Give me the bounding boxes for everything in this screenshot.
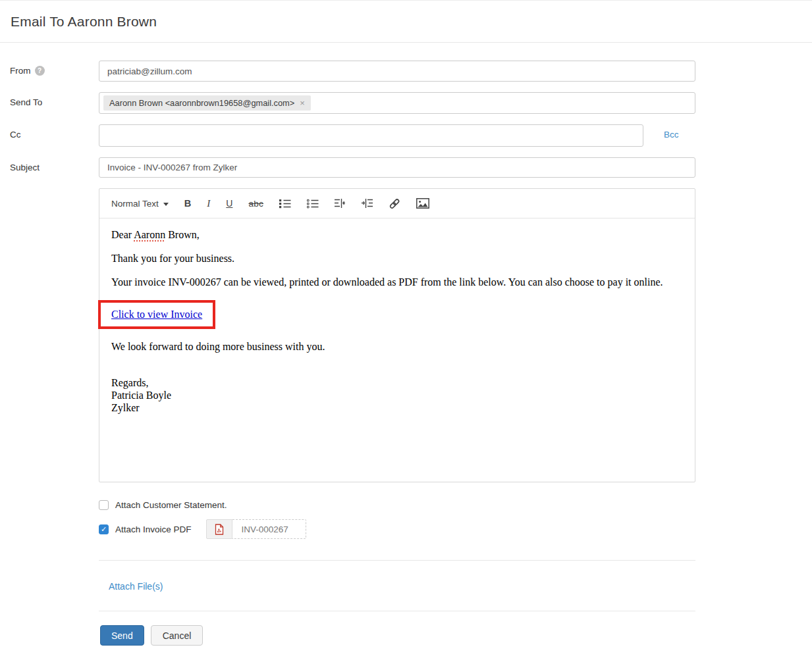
customer-statement-row: Attach Customer Statement. [99,500,812,510]
recipient-chip-text: Aaronn Brown <aaronnbrown19658@gmail.com… [109,98,294,108]
invoice-attachment-name: INV-000267 [232,519,306,539]
pdf-file-icon [215,524,224,535]
bullet-list-button[interactable] [279,198,291,209]
bold-button[interactable]: B [184,198,191,209]
signature-regards: Regards, [111,376,683,389]
cc-row: Cc Bcc [0,124,812,147]
help-icon[interactable]: ? [35,66,45,76]
attach-invoice-pdf-label: Attach Invoice PDF [115,524,192,534]
from-input[interactable] [99,61,695,82]
divider [99,611,695,611]
format-dropdown[interactable]: Normal Text [111,199,169,209]
from-label: From [10,66,31,76]
outdent-icon [335,198,346,209]
underline-button[interactable]: U [226,198,232,209]
signature-name: Patricia Boyle [111,389,683,401]
insert-link-button[interactable] [389,198,400,209]
annotation-highlight-box: Click to view Invoice [98,300,215,329]
view-invoice-link[interactable]: Click to view Invoice [111,309,202,320]
subject-input[interactable] [99,157,695,178]
send-to-field[interactable]: Aaronn Brown <aaronnbrown19658@gmail.com… [99,92,695,114]
thanks-line: Thank you for your business. [111,253,683,265]
signature-block: Regards, Patricia Boyle Zylker [111,376,683,414]
insert-image-button[interactable] [416,198,429,209]
send-to-row: Send To Aaronn Brown <aaronnbrown19658@g… [0,92,812,114]
editor-row: Normal Text B I U abc [0,188,812,482]
from-row: From ? [0,61,812,82]
greeting-line: Dear Aaronn Brown, [111,229,683,241]
numbered-list-icon [307,198,319,209]
attach-invoice-pdf-checkbox[interactable]: ✓ [99,524,109,534]
image-icon [416,198,429,209]
link-icon [389,198,400,209]
attach-customer-statement-label: Attach Customer Statement. [115,500,227,510]
subject-row: Subject [0,157,812,178]
format-dropdown-label: Normal Text [111,199,159,209]
attach-files-link[interactable]: Attach File(s) [109,581,163,592]
page-header: Email To Aaronn Brown [0,1,812,43]
email-form: From ? Send To Aaronn Brown <aaronnbrown… [0,43,812,646]
numbered-list-button[interactable] [307,198,319,209]
email-compose-page: Email To Aaronn Brown From ? Send To Aar… [0,0,812,664]
chevron-down-icon [163,203,169,206]
italic-button[interactable]: I [207,198,210,209]
email-body[interactable]: Dear Aaronn Brown, Thank you for your bu… [99,218,695,482]
closing-line: We look forward to doing more business w… [111,341,683,353]
cc-label: Cc [10,130,21,140]
indent-icon [362,198,373,209]
invoice-link-line: Click to view Invoice [111,300,683,329]
attach-customer-statement-checkbox[interactable] [99,500,109,510]
invoice-info-line: Your invoice INV-000267 can be viewed, p… [111,276,683,288]
outdent-button[interactable] [335,198,346,209]
send-button[interactable]: Send [100,625,144,646]
signature-company: Zylker [111,401,683,414]
subject-label: Subject [10,163,40,172]
strikethrough-button[interactable]: abc [248,199,263,209]
divider [99,560,695,561]
bcc-link[interactable]: Bcc [664,124,679,140]
invoice-attachment-chip[interactable]: INV-000267 [206,519,306,539]
editor-toolbar: Normal Text B I U abc [99,189,695,218]
action-buttons: Send Cancel [100,625,812,646]
indent-button[interactable] [362,198,373,209]
attachment-options: Attach Customer Statement. ✓ Attach Invo… [99,500,812,539]
cc-input[interactable] [99,124,643,147]
rich-text-editor: Normal Text B I U abc [99,188,695,482]
invoice-pdf-row: ✓ Attach Invoice PDF INV-000267 [99,519,812,539]
recipient-chip: Aaronn Brown <aaronnbrown19658@gmail.com… [103,95,311,111]
send-to-label: Send To [10,97,42,107]
remove-recipient-icon[interactable]: × [300,98,305,108]
bullet-list-icon [279,198,291,209]
cancel-button[interactable]: Cancel [151,625,203,646]
page-title: Email To Aaronn Brown [11,14,157,30]
misspelled-word: Aaronn [134,229,165,240]
